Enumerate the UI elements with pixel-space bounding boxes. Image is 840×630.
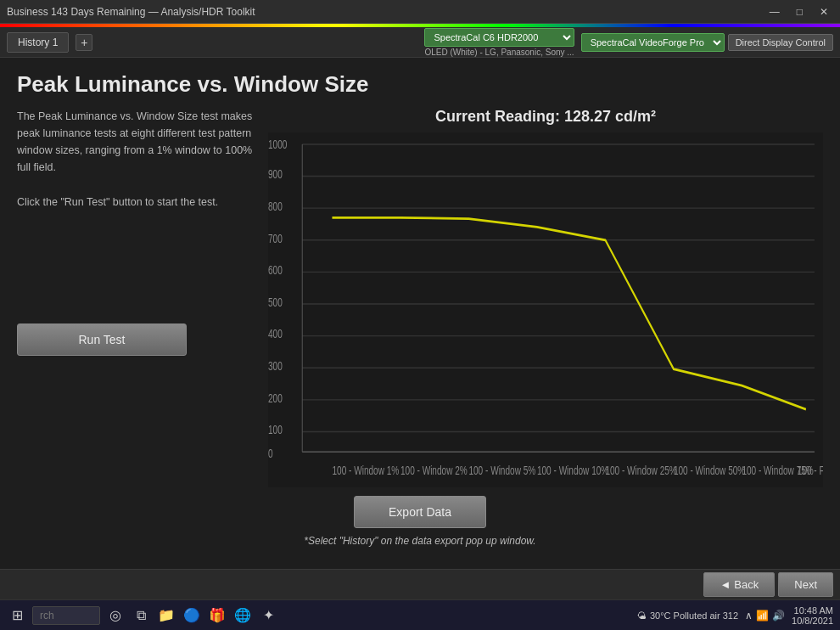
network-icon[interactable]: 📶	[756, 610, 769, 622]
current-reading-label: Current Reading:	[435, 108, 564, 125]
bottom-area: Export Data *Select "History" on the dat…	[17, 487, 823, 555]
y-label-400: 400	[268, 328, 283, 341]
windows-start-icon[interactable]: ⊞	[7, 605, 27, 626]
y-label-500: 500	[268, 295, 283, 309]
toolbar: History 1 + SpectraCal C6 HDR2000 OLED (…	[0, 27, 840, 58]
back-button[interactable]: ◄ Back	[703, 572, 775, 597]
taskbar-cortana-icon[interactable]: ◎	[105, 605, 126, 626]
x-label-3: 100 - Window 5%	[468, 464, 535, 477]
weather-info: 🌤 30°C Polluted air 312	[637, 610, 738, 621]
chart-area: Current Reading: 128.27 cd/m²	[268, 108, 823, 487]
back-label: Back	[734, 578, 759, 591]
tray-up-icon[interactable]: ∧	[745, 610, 753, 622]
title-bar-text: Business 143 Days Remaining — Analysis/H…	[7, 6, 255, 18]
title-bar-controls: — □ ✕	[764, 4, 833, 20]
taskbar-app3-icon[interactable]: ✦	[258, 605, 278, 626]
clock-date: 10/8/2021	[792, 616, 833, 626]
current-reading: Current Reading: 128.27 cd/m²	[435, 108, 656, 126]
maximize-btn[interactable]: □	[792, 4, 808, 20]
chart-svg: 0 100 200 300 400 500 600 700 800 900 10…	[268, 132, 823, 487]
meter-dropdown[interactable]: SpectraCal C6 HDR2000	[424, 28, 574, 47]
description-text: The Peak Luminance vs. Window Size test …	[17, 108, 255, 176]
y-label-600: 600	[268, 264, 283, 278]
taskbar-search[interactable]	[32, 606, 100, 625]
back-icon: ◄	[720, 578, 731, 591]
x-label-6: 100 - Window 50%	[674, 464, 746, 477]
export-data-button[interactable]: Export Data	[354, 496, 486, 528]
y-label-800: 800	[268, 200, 283, 213]
taskbar-app2-icon[interactable]: 🎁	[207, 605, 227, 626]
meter-sublabel: OLED (White) - LG, Panasonic, Sony ...	[424, 48, 574, 57]
taskbar-right: 🌤 30°C Polluted air 312 ∧ 📶 🔊 10:48 AM 1…	[637, 605, 833, 626]
x-label-8: 100 - Full	[798, 464, 823, 477]
weather-icon: 🌤	[637, 610, 647, 621]
current-reading-value: 128.27 cd/m²	[564, 108, 656, 125]
page-title: Peak Luminance vs. Window Size	[17, 71, 823, 98]
direct-display-button[interactable]: Direct Display Control	[728, 34, 833, 51]
run-test-button[interactable]: Run Test	[17, 323, 187, 356]
taskbar-tray: ∧ 📶 🔊	[745, 610, 785, 622]
minimize-btn[interactable]: —	[764, 4, 785, 20]
y-label-300: 300	[268, 359, 283, 373]
taskbar-multitask-icon[interactable]: ⧉	[131, 605, 151, 626]
next-button[interactable]: Next	[778, 572, 833, 597]
y-label-700: 700	[268, 232, 283, 245]
taskbar: ⊞ ◎ ⧉ 📁 🔵 🎁 🌐 ✦ 🌤 30°C Polluted air 312 …	[0, 599, 840, 630]
taskbar-app1-icon[interactable]: 🔵	[182, 605, 202, 626]
left-panel: The Peak Luminance vs. Window Size test …	[17, 108, 255, 487]
click-instruction: Click the "Run Test" button to start the…	[17, 196, 255, 208]
taskbar-explorer-icon[interactable]: 📁	[156, 605, 176, 626]
toolbar-right: SpectraCal C6 HDR2000 OLED (White) - LG,…	[424, 28, 833, 57]
tab-history[interactable]: History 1	[7, 32, 69, 53]
taskbar-edge-icon[interactable]: 🌐	[232, 605, 253, 626]
chart-container: 0 100 200 300 400 500 600 700 800 900 10…	[268, 132, 823, 487]
y-label-900: 900	[268, 168, 283, 182]
history-note: *Select "History" on the data export pop…	[304, 535, 535, 547]
y-label-1000: 1000	[268, 138, 288, 152]
next-label: Next	[794, 578, 817, 591]
x-label-2: 100 - Window 2%	[400, 464, 468, 477]
y-label-200: 200	[268, 391, 283, 405]
y-label-0: 0	[268, 447, 273, 461]
nav-bar: ◄ Back Next	[0, 569, 840, 599]
add-tab-button[interactable]: +	[76, 34, 92, 51]
videoforge-dropdown[interactable]: SpectraCal VideoForge Pro	[581, 33, 725, 52]
clock[interactable]: 10:48 AM 10/8/2021	[792, 605, 833, 626]
close-btn[interactable]: ✕	[815, 4, 833, 20]
x-label-4: 100 - Window 10%	[537, 464, 609, 477]
chart-line	[332, 217, 805, 409]
weather-text: 30°C Polluted air 312	[650, 610, 738, 621]
main-content: Peak Luminance vs. Window Size The Peak …	[0, 58, 840, 569]
clock-time: 10:48 AM	[792, 605, 833, 616]
volume-icon[interactable]: 🔊	[772, 610, 785, 622]
y-label-100: 100	[268, 424, 283, 437]
content-area: The Peak Luminance vs. Window Size test …	[17, 108, 823, 487]
x-label-1: 100 - Window 1%	[332, 464, 399, 477]
title-bar: Business 143 Days Remaining — Analysis/H…	[0, 0, 840, 24]
x-label-5: 100 - Window 25%	[605, 464, 677, 477]
